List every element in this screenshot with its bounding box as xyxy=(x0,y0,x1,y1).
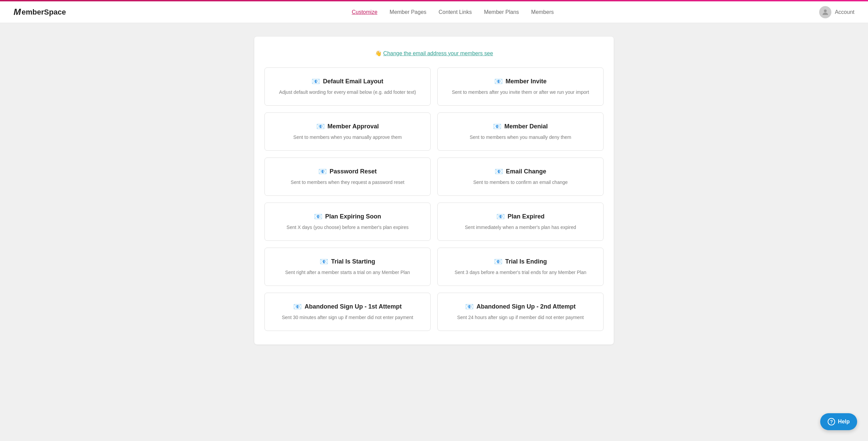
card-title-text-trial-is-ending: Trial Is Ending xyxy=(505,258,547,265)
card-trial-is-ending[interactable]: 📧Trial Is EndingSent 3 days before a mem… xyxy=(437,248,604,286)
svg-point-0 xyxy=(824,9,827,12)
card-title-member-approval: 📧Member Approval xyxy=(273,122,422,130)
nav-members[interactable]: Members xyxy=(531,9,554,15)
top-link-emoji: 👋 xyxy=(375,50,382,56)
nav-member-plans[interactable]: Member Plans xyxy=(484,9,519,15)
card-desc-abandoned-signup-2nd: Sent 24 hours after sign up if member di… xyxy=(446,314,595,321)
card-desc-member-invite: Sent to members after you invite them or… xyxy=(446,89,595,96)
card-icon-member-approval: 📧 xyxy=(316,122,325,130)
card-member-denial[interactable]: 📧Member DenialSent to members when you m… xyxy=(437,112,604,151)
card-desc-password-reset: Sent to members when they request a pass… xyxy=(273,179,422,186)
card-icon-member-denial: 📧 xyxy=(493,122,501,130)
card-icon-abandoned-signup-2nd: 📧 xyxy=(465,302,474,311)
card-member-approval[interactable]: 📧Member ApprovalSent to members when you… xyxy=(264,112,431,151)
card-title-default-email-layout: 📧Default Email Layout xyxy=(273,77,422,85)
help-label: Help xyxy=(838,419,850,425)
card-default-email-layout[interactable]: 📧Default Email LayoutAdjust default word… xyxy=(264,67,431,106)
card-title-text-password-reset: Password Reset xyxy=(330,168,377,175)
account-section[interactable]: Account xyxy=(819,6,854,18)
card-title-text-plan-expired: Plan Expired xyxy=(508,213,545,220)
card-icon-abandoned-signup-1st: 📧 xyxy=(293,302,302,311)
card-title-plan-expiring-soon: 📧Plan Expiring Soon xyxy=(273,212,422,220)
main-content: 👋 Change the email address your members … xyxy=(248,23,620,358)
logo-m-letter: M xyxy=(14,7,21,17)
card-desc-default-email-layout: Adjust default wording for every email b… xyxy=(273,89,422,96)
card-desc-trial-is-starting: Sent right after a member starts a trial… xyxy=(273,269,422,276)
card-trial-is-starting[interactable]: 📧Trial Is StartingSent right after a mem… xyxy=(264,248,431,286)
header: M emberSpace Customize Member Pages Cont… xyxy=(0,1,868,23)
nav-content-links[interactable]: Content Links xyxy=(439,9,472,15)
card-abandoned-signup-2nd[interactable]: 📧Abandoned Sign Up - 2nd AttemptSent 24 … xyxy=(437,293,604,331)
card-desc-member-denial: Sent to members when you manually deny t… xyxy=(446,134,595,141)
card-email-change[interactable]: 📧Email ChangeSent to members to confirm … xyxy=(437,158,604,196)
nav-member-pages[interactable]: Member Pages xyxy=(390,9,427,15)
card-title-plan-expired: 📧Plan Expired xyxy=(446,212,595,220)
card-member-invite[interactable]: 📧Member InviteSent to members after you … xyxy=(437,67,604,106)
card-title-text-trial-is-starting: Trial Is Starting xyxy=(331,258,375,265)
card-desc-plan-expired: Sent immediately when a member's plan ha… xyxy=(446,224,595,231)
card-title-text-default-email-layout: Default Email Layout xyxy=(323,78,383,85)
card-icon-email-change: 📧 xyxy=(495,167,503,175)
card-title-password-reset: 📧Password Reset xyxy=(273,167,422,175)
email-templates-container: 👋 Change the email address your members … xyxy=(254,37,614,344)
card-title-text-member-approval: Member Approval xyxy=(328,123,379,130)
card-abandoned-signup-1st[interactable]: 📧Abandoned Sign Up - 1st AttemptSent 30 … xyxy=(264,293,431,331)
card-title-text-member-invite: Member Invite xyxy=(506,78,547,85)
card-title-trial-is-ending: 📧Trial Is Ending xyxy=(446,257,595,266)
card-icon-trial-is-ending: 📧 xyxy=(494,257,502,266)
logo-text: emberSpace xyxy=(22,8,66,17)
card-title-text-email-change: Email Change xyxy=(506,168,546,175)
card-icon-default-email-layout: 📧 xyxy=(312,77,320,85)
card-icon-trial-is-starting: 📧 xyxy=(320,257,328,266)
card-title-text-abandoned-signup-2nd: Abandoned Sign Up - 2nd Attempt xyxy=(476,303,575,310)
card-desc-member-approval: Sent to members when you manually approv… xyxy=(273,134,422,141)
card-title-member-denial: 📧Member Denial xyxy=(446,122,595,130)
card-title-abandoned-signup-1st: 📧Abandoned Sign Up - 1st Attempt xyxy=(273,302,422,311)
card-title-abandoned-signup-2nd: 📧Abandoned Sign Up - 2nd Attempt xyxy=(446,302,595,311)
change-email-link[interactable]: Change the email address your members se… xyxy=(383,50,493,56)
account-label: Account xyxy=(835,9,854,15)
nav-customize[interactable]: Customize xyxy=(352,9,377,15)
account-avatar xyxy=(819,6,831,18)
card-title-member-invite: 📧Member Invite xyxy=(446,77,595,85)
logo[interactable]: M emberSpace xyxy=(14,7,66,17)
top-link-row: 👋 Change the email address your members … xyxy=(264,50,604,57)
help-button[interactable]: ? Help xyxy=(820,413,857,430)
card-title-text-member-denial: Member Denial xyxy=(504,123,548,130)
card-title-trial-is-starting: 📧Trial Is Starting xyxy=(273,257,422,266)
card-title-text-plan-expiring-soon: Plan Expiring Soon xyxy=(325,213,381,220)
card-icon-member-invite: 📧 xyxy=(494,77,503,85)
card-plan-expiring-soon[interactable]: 📧Plan Expiring SoonSent X days (you choo… xyxy=(264,203,431,241)
card-desc-abandoned-signup-1st: Sent 30 minutes after sign up if member … xyxy=(273,314,422,321)
card-desc-trial-is-ending: Sent 3 days before a member's trial ends… xyxy=(446,269,595,276)
card-title-text-abandoned-signup-1st: Abandoned Sign Up - 1st Attempt xyxy=(304,303,401,310)
main-nav: Customize Member Pages Content Links Mem… xyxy=(86,9,820,15)
help-icon: ? xyxy=(828,418,835,425)
card-icon-plan-expired: 📧 xyxy=(496,212,505,220)
card-icon-password-reset: 📧 xyxy=(318,167,327,175)
card-desc-plan-expiring-soon: Sent X days (you choose) before a member… xyxy=(273,224,422,231)
card-title-email-change: 📧Email Change xyxy=(446,167,595,175)
email-templates-grid: 📧Default Email LayoutAdjust default word… xyxy=(264,67,604,331)
card-plan-expired[interactable]: 📧Plan ExpiredSent immediately when a mem… xyxy=(437,203,604,241)
card-icon-plan-expiring-soon: 📧 xyxy=(314,212,322,220)
card-desc-email-change: Sent to members to confirm an email chan… xyxy=(446,179,595,186)
card-password-reset[interactable]: 📧Password ResetSent to members when they… xyxy=(264,158,431,196)
